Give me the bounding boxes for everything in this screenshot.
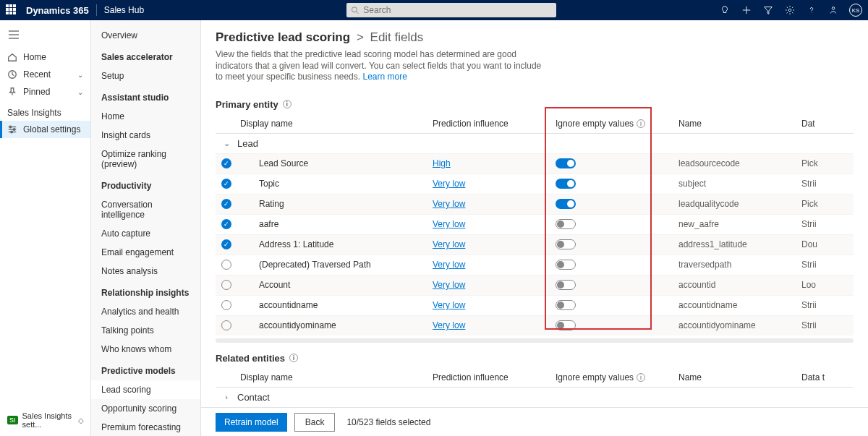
subnav-who-knows-whom[interactable]: Who knows whom: [91, 340, 200, 359]
col-ignore-empty-label: Ignore empty values: [556, 372, 634, 382]
subnav-analytics-health[interactable]: Analytics and health: [91, 302, 200, 321]
subnav-group-assistant-studio: Assistant studio: [91, 85, 200, 107]
retrain-button[interactable]: Retrain model: [216, 413, 287, 432]
ignore-empty-toggle[interactable]: [556, 219, 576, 229]
app-launcher-icon[interactable]: [6, 4, 17, 16]
selection-status: 10/523 fields selected: [346, 417, 430, 427]
info-icon[interactable]: i: [289, 354, 298, 362]
group-contact[interactable]: › Contact: [216, 388, 854, 407]
prediction-influence-link[interactable]: Very low: [433, 239, 465, 249]
help-icon[interactable]: [806, 4, 817, 16]
area-switcher[interactable]: SI Sales Insights sett... ◇: [4, 409, 87, 432]
crumb-sep: >: [357, 30, 364, 44]
row-checkbox[interactable]: [221, 239, 231, 249]
table-row[interactable]: (Deprecated) Traversed PathVery lowtrave…: [216, 255, 854, 275]
col-data-type[interactable]: Dat: [801, 119, 830, 129]
svg-point-15: [11, 131, 13, 133]
row-checkbox[interactable]: [221, 320, 231, 330]
table-row[interactable]: Address 1: LatitudeVery lowaddress1_lati…: [216, 234, 854, 255]
crumb-root[interactable]: Predictive lead scoring: [216, 30, 350, 44]
prediction-influence-link[interactable]: Very low: [433, 280, 465, 290]
table-row[interactable]: AccountVery lowaccountidLoo: [216, 275, 854, 295]
field-data-type: Loo: [801, 280, 830, 290]
prediction-influence-link[interactable]: Very low: [433, 260, 465, 270]
table-row[interactable]: RatingVery lowleadqualitycodePick: [216, 194, 854, 214]
row-checkbox[interactable]: [221, 280, 231, 290]
subnav-conversation-intelligence[interactable]: Conversation intelligence: [91, 195, 200, 224]
table-row[interactable]: Lead SourceHighleadsourcecodePick: [216, 153, 854, 174]
col-display-name[interactable]: Display name: [237, 372, 433, 382]
filter-icon[interactable]: [762, 4, 774, 16]
subnav-auto-capture[interactable]: Auto capture: [91, 224, 200, 243]
prediction-influence-link[interactable]: Very low: [433, 179, 465, 189]
nav-home[interactable]: Home: [0, 48, 90, 66]
ignore-empty-toggle[interactable]: [556, 260, 576, 270]
subnav-notes-analysis[interactable]: Notes analysis: [91, 262, 200, 281]
col-name[interactable]: Name: [678, 119, 801, 129]
col-prediction-influence[interactable]: Prediction influence: [433, 372, 556, 382]
row-checkbox[interactable]: [221, 300, 231, 310]
prediction-influence-link[interactable]: Very low: [433, 300, 465, 310]
info-icon[interactable]: i: [283, 100, 292, 108]
ignore-empty-toggle[interactable]: [556, 158, 576, 168]
subnav-setup[interactable]: Setup: [91, 67, 200, 85]
col-display-name[interactable]: Display name: [237, 119, 433, 129]
group-contact-label: Contact: [237, 392, 270, 403]
prediction-influence-link[interactable]: Very low: [433, 320, 465, 330]
brand-label: Dynamics 365: [26, 5, 89, 16]
plus-icon[interactable]: [741, 4, 752, 16]
field-data-type: Pick: [801, 158, 830, 168]
table-row[interactable]: accountidnameVery lowaccountidnameStrii: [216, 295, 854, 315]
subnav-overview[interactable]: Overview: [91, 27, 200, 45]
col-name[interactable]: Name: [678, 372, 801, 382]
svg-point-13: [9, 126, 12, 128]
row-checkbox[interactable]: [221, 199, 231, 209]
row-checkbox[interactable]: [221, 260, 231, 270]
top-bar: Dynamics 365 Sales Hub KS: [0, 0, 868, 20]
avatar[interactable]: KS: [849, 4, 862, 17]
prediction-influence-link[interactable]: Very low: [433, 199, 465, 209]
col-prediction-influence[interactable]: Prediction influence: [433, 119, 556, 129]
subnav-lead-scoring[interactable]: Lead scoring: [91, 380, 200, 399]
info-icon[interactable]: i: [637, 373, 645, 382]
ignore-empty-toggle[interactable]: [556, 280, 576, 290]
row-checkbox[interactable]: [221, 179, 231, 189]
col-data-type[interactable]: Data t: [801, 372, 830, 382]
col-ignore-empty[interactable]: Ignore empty valuesi: [556, 119, 678, 129]
learn-more-link[interactable]: Learn more: [362, 72, 407, 82]
nav-section-sales-insights: Sales Insights: [0, 101, 90, 121]
ignore-empty-toggle[interactable]: [556, 179, 576, 189]
ignore-empty-toggle[interactable]: [556, 300, 576, 310]
horizontal-scrollbar[interactable]: [216, 338, 854, 343]
col-ignore-empty[interactable]: Ignore empty valuesi: [556, 372, 678, 382]
subnav-email-engagement[interactable]: Email engagement: [91, 243, 200, 262]
back-button[interactable]: Back: [294, 413, 336, 432]
hamburger-icon[interactable]: [0, 27, 90, 48]
info-icon[interactable]: i: [637, 119, 645, 128]
search-box[interactable]: [346, 3, 556, 17]
nav-recent[interactable]: Recent ⌄: [0, 66, 90, 83]
lightbulb-icon[interactable]: [719, 4, 731, 16]
subnav-opportunity-scoring[interactable]: Opportunity scoring: [91, 399, 200, 418]
search-input[interactable]: [363, 5, 552, 15]
table-row[interactable]: accountidyominameVery lowaccountidyomina…: [216, 315, 854, 335]
table-row[interactable]: TopicVery lowsubjectStrii: [216, 174, 854, 194]
ignore-empty-toggle[interactable]: [556, 199, 576, 209]
subnav-premium-forecasting[interactable]: Premium forecasting: [91, 418, 200, 436]
ignore-empty-toggle[interactable]: [556, 239, 576, 249]
table-row[interactable]: aafreVery lownew_aafreStrii: [216, 214, 854, 234]
row-checkbox[interactable]: [221, 158, 231, 168]
row-checkbox[interactable]: [221, 219, 231, 229]
subnav-optimize-ranking[interactable]: Optimize ranking (preview): [91, 145, 200, 174]
assistant-icon[interactable]: [827, 4, 839, 16]
nav-global-settings[interactable]: Global settings: [0, 121, 90, 138]
prediction-influence-link[interactable]: High: [433, 158, 451, 168]
nav-pinned[interactable]: Pinned ⌄: [0, 83, 90, 101]
gear-icon[interactable]: [784, 4, 796, 16]
subnav-assistant-home[interactable]: Home: [91, 107, 200, 126]
prediction-influence-link[interactable]: Very low: [433, 219, 465, 229]
subnav-talking-points[interactable]: Talking points: [91, 321, 200, 340]
ignore-empty-toggle[interactable]: [556, 320, 576, 330]
subnav-insight-cards[interactable]: Insight cards: [91, 126, 200, 145]
group-lead[interactable]: ⌄ Lead: [216, 134, 854, 153]
